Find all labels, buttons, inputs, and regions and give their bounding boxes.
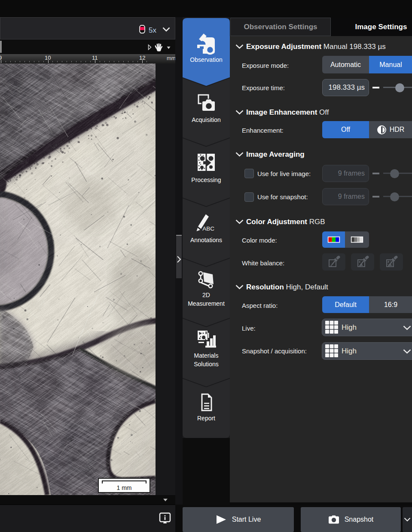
svg-text:ABC: ABC [202,225,214,232]
svg-text:Observation: Observation [190,56,222,63]
svg-text:Report: Report [197,415,215,422]
svg-text:Solutions: Solutions [194,361,219,368]
svg-text:Processing: Processing [191,176,221,183]
svg-text:2D: 2D [202,292,210,298]
svg-text:1 mm: 1 mm [117,484,132,491]
svg-text:Annotations: Annotations [190,237,222,243]
svg-text:Materials: Materials [194,352,219,359]
svg-text:Acquisition: Acquisition [192,116,221,123]
svg-text:Measurement: Measurement [188,300,225,307]
